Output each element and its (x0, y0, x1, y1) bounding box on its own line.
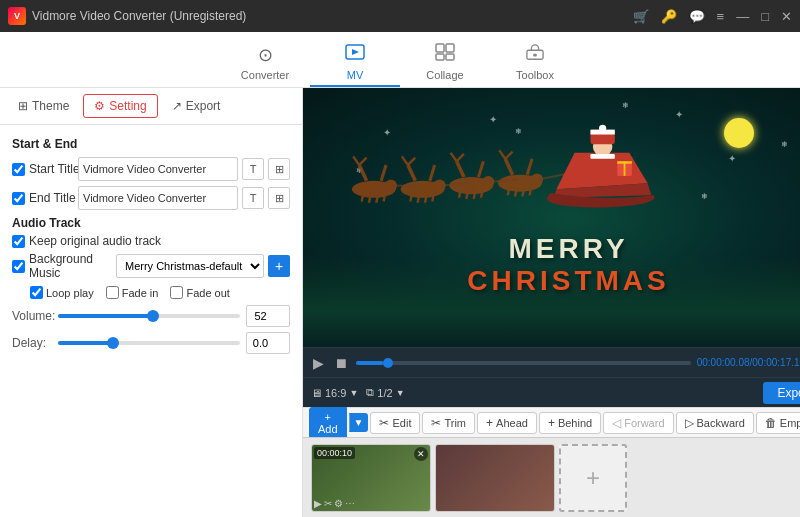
bg-music-row: Background Music Merry Christmas-default… (12, 252, 290, 280)
merry-christmas-text: MERRY CHRISTMAS (303, 233, 800, 297)
merry-line: MERRY (303, 233, 800, 265)
end-title-checkbox[interactable] (12, 192, 25, 205)
fade-out-label: Fade out (170, 286, 229, 299)
minimize-button[interactable]: — (736, 9, 749, 24)
ahead-icon: + (486, 416, 493, 430)
svg-line-42 (505, 152, 512, 159)
copy-icon: ⧉ (366, 386, 374, 399)
volume-slider-track[interactable] (58, 314, 240, 318)
collage-icon (435, 43, 455, 66)
svg-line-19 (408, 165, 415, 181)
film-more-icon: ⋯ (345, 498, 355, 509)
start-title-checkbox[interactable] (12, 163, 25, 176)
volume-row: Volume: (12, 305, 290, 327)
svg-line-11 (353, 156, 359, 165)
film-add-icon: + (586, 464, 600, 492)
end-title-label: End Title (12, 191, 74, 205)
ratio-select[interactable]: 🖥 16:9 ▼ (311, 387, 358, 399)
end-title-input[interactable] (78, 186, 238, 210)
fade-out-checkbox[interactable] (170, 286, 183, 299)
key-icon[interactable]: 🔑 (661, 9, 677, 24)
tab-setting[interactable]: ⚙ Setting (83, 94, 157, 118)
tab-export[interactable]: ↗ Export (162, 95, 231, 117)
tab-collage[interactable]: Collage (400, 39, 490, 87)
behind-button[interactable]: + Behind (539, 412, 601, 434)
svg-line-12 (359, 158, 366, 165)
add-music-button[interactable]: + (268, 255, 290, 277)
stop-button[interactable]: ⏹ (332, 355, 350, 371)
setting-icon: ⚙ (94, 99, 105, 113)
video-controls: ▶ ⏹ 00:00:00.08/00:00:17.10 🔊 (303, 347, 800, 377)
film-close-1[interactable]: ✕ (414, 447, 428, 461)
volume-input[interactable] (246, 305, 290, 327)
film-add-button[interactable]: + (559, 444, 627, 512)
svg-line-20 (430, 165, 435, 181)
theme-icon: ⊞ (18, 99, 28, 113)
start-title-grid-btn[interactable]: ⊞ (268, 158, 290, 180)
start-title-input[interactable] (78, 157, 238, 181)
preview-area: ✦ ✦ ✦ ✦ ✦ ❄ ❄ ❄ ❄ ❄ (303, 88, 800, 347)
theme-label: Theme (32, 99, 69, 113)
svg-line-21 (402, 156, 408, 165)
backward-button[interactable]: ▷ Backward (676, 412, 754, 434)
svg-line-9 (359, 165, 366, 181)
toolbox-label: Toolbox (516, 69, 554, 81)
start-end-title: Start & End (12, 137, 290, 151)
tab-toolbox[interactable]: Toolbox (490, 39, 580, 87)
bg-music-label: Background Music (12, 252, 112, 280)
start-title-text-btn[interactable]: T (242, 158, 264, 180)
volume-slider-thumb[interactable] (147, 310, 159, 322)
film-time-1: 00:00:10 (314, 447, 355, 459)
tab-mv[interactable]: MV (310, 39, 400, 87)
film-item-1: ✕ 00:00:10 ▶ ✂ ⚙ ⋯ (311, 444, 431, 512)
christmas-scene: ✦ ✦ ✦ ✦ ✦ ❄ ❄ ❄ ❄ ❄ (303, 88, 800, 347)
trim-button[interactable]: ✂ Trim (422, 412, 475, 434)
film-thumb-2 (436, 445, 554, 511)
add-dropdown-button[interactable]: ▼ (349, 413, 369, 432)
svg-rect-7 (533, 54, 537, 57)
keep-original-checkbox[interactable] (12, 235, 25, 248)
bg-music-checkbox[interactable] (12, 260, 25, 273)
delay-slider-track[interactable] (58, 341, 240, 345)
edit-icon: ✂ (379, 416, 389, 430)
progress-bar[interactable] (356, 361, 691, 365)
empty-button[interactable]: 🗑 Empty (756, 412, 800, 434)
bottom-toolbar: + Add ▼ ✂ Edit ✂ Trim + Ahead + Behind ◁ (303, 407, 800, 437)
chat-icon[interactable]: 💬 (689, 9, 705, 24)
cart-icon[interactable]: 🛒 (633, 9, 649, 24)
svg-line-32 (457, 154, 464, 161)
tab-theme[interactable]: ⊞ Theme (8, 95, 79, 117)
svg-marker-1 (352, 49, 359, 55)
ratio-bar: 🖥 16:9 ▼ ⧉ 1/2 ▼ Export (303, 377, 800, 407)
export-button[interactable]: Export (763, 382, 800, 404)
end-title-text-btn[interactable]: T (242, 187, 264, 209)
loop-play-checkbox[interactable] (30, 286, 43, 299)
tab-converter[interactable]: ⊙ Converter (220, 39, 310, 87)
fade-in-checkbox[interactable] (106, 286, 119, 299)
keep-original-row: Keep original audio track (12, 234, 290, 248)
main-area: ⊞ Theme ⚙ Setting ↗ Export Start & End S… (0, 88, 800, 517)
menu-icon[interactable]: ≡ (717, 9, 725, 24)
ahead-button[interactable]: + Ahead (477, 412, 537, 434)
empty-icon: 🗑 (765, 416, 777, 430)
add-main-button[interactable]: + Add (309, 407, 347, 439)
setting-label: Setting (109, 99, 146, 113)
close-button[interactable]: ✕ (781, 9, 792, 24)
behind-icon: + (548, 416, 555, 430)
volume-slider-fill (58, 314, 153, 318)
maximize-button[interactable]: □ (761, 9, 769, 24)
bg-music-select[interactable]: Merry Christmas-default (116, 254, 264, 278)
end-title-grid-btn[interactable]: ⊞ (268, 187, 290, 209)
svg-line-41 (499, 150, 505, 159)
page-select[interactable]: ⧉ 1/2 ▼ (366, 386, 404, 399)
edit-button[interactable]: ✂ Edit (370, 412, 420, 434)
fade-in-label: Fade in (106, 286, 159, 299)
forward-button[interactable]: ◁ Forward (603, 412, 673, 434)
play-button[interactable]: ▶ (311, 355, 326, 371)
title-bar: V Vidmore Video Converter (Unregistered)… (0, 0, 800, 32)
end-title-row: End Title T ⊞ (12, 186, 290, 210)
delay-slider-thumb[interactable] (107, 337, 119, 349)
svg-rect-57 (590, 154, 614, 159)
converter-label: Converter (241, 69, 289, 81)
delay-input[interactable] (246, 332, 290, 354)
